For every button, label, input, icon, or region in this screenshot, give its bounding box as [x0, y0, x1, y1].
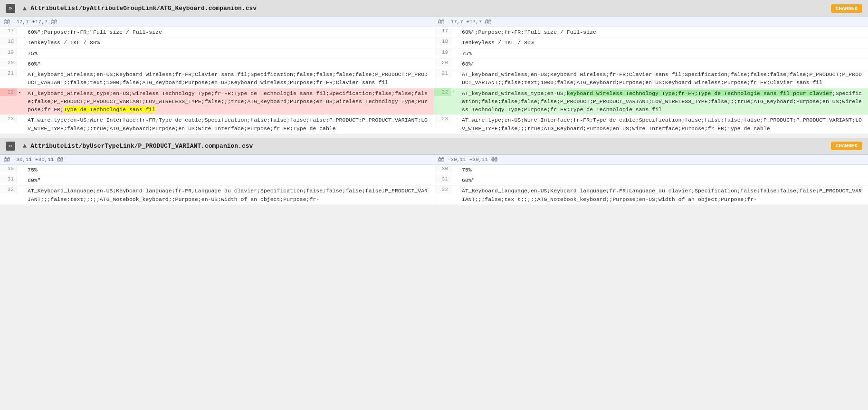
file-title: AttributeList/byUserTypeLink/P_PRODUCT_V…: [30, 143, 253, 150]
line-content: Tenkeyless / TKL / 80%: [24, 38, 434, 48]
line-number: 19: [0, 48, 17, 56]
line-content: Tenkeyless / TKL / 80%: [458, 38, 868, 48]
diff-line: 20 60%": [0, 59, 434, 69]
diff-line: 23 AT_wire_type;en-US;Wire Interface;fr-…: [434, 115, 868, 134]
diff-marker: [451, 115, 458, 117]
diff-container: @@ -17,7 +17,7 @@ 17 60%";Purpose;fr-FR;…: [0, 17, 868, 134]
line-content: AT_wire_type;en-US;Wire Interface;fr-FR;…: [458, 115, 868, 133]
line-number: 20: [434, 59, 451, 67]
diff-line: 30 75%: [434, 165, 868, 175]
diff-line: 17 60%";Purpose;fr-FR;"Full size / Full-…: [434, 27, 868, 38]
file-header: » ▲ AttributeList/byAttributeGroupLink/A…: [0, 0, 868, 17]
line-content: 60%";Purpose;fr-FR;"Full size / Full-siz…: [458, 27, 868, 37]
line-number: 21: [434, 69, 451, 77]
line-number: 22: [0, 88, 17, 96]
line-content: 75%: [24, 165, 434, 175]
diff-right: @@ -30,11 +30,11 @@ 30 75% 31 60%" 32 AT…: [434, 155, 868, 205]
diff-line: 31 60%": [0, 175, 434, 186]
hunk-header-left: @@ -17,7 +17,7 @@: [0, 17, 434, 27]
line-number: 30: [434, 165, 451, 172]
diff-marker: +: [451, 88, 458, 96]
line-number: 31: [434, 175, 451, 183]
diff-line: 18 Tenkeyless / TKL / 80%: [434, 38, 868, 48]
line-number: 22: [434, 88, 451, 96]
line-content: 75%: [458, 165, 868, 175]
diff-marker: [451, 38, 458, 39]
changed-badge: CHANGED: [831, 4, 862, 13]
hunk-header-right: @@ -30,11 +30,11 @@: [434, 155, 868, 165]
line-content: 60%";Purpose;fr-FR;"Full size / Full-siz…: [24, 27, 434, 37]
hunk-header-right: @@ -17,7 +17,7 @@: [434, 17, 868, 27]
diff-marker: [17, 38, 24, 39]
diff-marker: [17, 175, 24, 177]
diff-line: 32 AT_Keyboard_language;en-US;Keyboard l…: [0, 186, 434, 205]
diff-line: 19 75%: [434, 48, 868, 59]
sidebar-toggle[interactable]: »: [6, 142, 15, 151]
diff-marker: [17, 59, 24, 61]
diff-left: @@ -17,7 +17,7 @@ 17 60%";Purpose;fr-FR;…: [0, 17, 434, 134]
line-number: 32: [0, 186, 17, 193]
diff-marker: [451, 186, 458, 188]
line-content: AT_keyboard_wireless_type;en-US;Wireless…: [24, 88, 434, 115]
line-content: 75%: [24, 48, 434, 58]
line-content: AT_keyboard_wireless_type;en-US;keyboard…: [458, 88, 868, 115]
line-number: 18: [434, 38, 451, 45]
line-content: AT_keyboard_wireless;en-US;Keyboard Wire…: [24, 69, 434, 88]
collapse-icon[interactable]: ▲: [23, 142, 27, 150]
diff-line: 19 75%: [0, 48, 434, 59]
diff-right: @@ -17,7 +17,7 @@ 17 60%";Purpose;fr-FR;…: [434, 17, 868, 134]
file-title: AttributeList/byAttributeGroupLink/ATG_K…: [30, 5, 257, 12]
line-content: AT_Keyboard_language;en-US;Keyboard lang…: [458, 186, 868, 204]
line-content: 75%: [458, 48, 868, 58]
diff-line: 30 75%: [0, 165, 434, 175]
diff-line: 22 - AT_keyboard_wireless_type;en-US;Wir…: [0, 88, 434, 115]
file-header-left: » ▲ AttributeList/byUserTypeLink/P_PRODU…: [6, 142, 831, 151]
line-content: 60%": [24, 59, 434, 69]
diff-marker: [17, 186, 24, 188]
file-header-left: » ▲ AttributeList/byAttributeGroupLink/A…: [6, 4, 831, 13]
diff-marker: [17, 165, 24, 167]
line-number: 30: [0, 165, 17, 172]
diff-line: 20 60%": [434, 59, 868, 69]
diff-marker: [451, 48, 458, 50]
collapse-icon[interactable]: ▲: [23, 5, 27, 12]
diff-line: 22 + AT_keyboard_wireless_type;en-US;key…: [434, 88, 868, 115]
diff-marker: [17, 115, 24, 117]
diff-marker: [17, 48, 24, 50]
line-number: 20: [0, 59, 17, 67]
diff-line: 32 AT_Keyboard_language;en-US;Keyboard l…: [434, 186, 868, 205]
diff-marker: [451, 59, 458, 61]
diff-line: 31 60%": [434, 175, 868, 186]
sidebar-toggle[interactable]: »: [6, 4, 15, 13]
diff-marker: -: [17, 88, 24, 96]
file-block-0: » ▲ AttributeList/byAttributeGroupLink/A…: [0, 0, 868, 134]
hunk-header-left: @@ -30,11 +30,11 @@: [0, 155, 434, 165]
diff-marker: [451, 175, 458, 177]
line-content: 60%": [458, 175, 868, 185]
line-content: AT_wire_type;en-US;Wire Interface;fr-FR;…: [24, 115, 434, 133]
diff-marker: [17, 69, 24, 71]
diff-line: 17 60%";Purpose;fr-FR;"Full size / Full-…: [0, 27, 434, 38]
line-number: 18: [0, 38, 17, 45]
line-content: AT_Keyboard_language;en-US;Keyboard lang…: [24, 186, 434, 204]
diff-marker: [451, 27, 458, 29]
diff-marker: [451, 165, 458, 167]
line-number: 31: [0, 175, 17, 183]
diff-line: 21 AT_keyboard_wireless;en-US;Keyboard W…: [434, 69, 868, 88]
file-header: » ▲ AttributeList/byUserTypeLink/P_PRODU…: [0, 138, 868, 155]
line-content: 60%": [458, 59, 868, 69]
line-number: 17: [0, 27, 17, 35]
line-number: 32: [434, 186, 451, 193]
line-number: 23: [434, 115, 451, 123]
diff-left: @@ -30,11 +30,11 @@ 30 75% 31 60%" 32 AT…: [0, 155, 434, 205]
diff-marker: [451, 69, 458, 71]
line-content: AT_keyboard_wireless;en-US;Keyboard Wire…: [458, 69, 868, 88]
line-number: 19: [434, 48, 451, 56]
file-block-1: » ▲ AttributeList/byUserTypeLink/P_PRODU…: [0, 138, 868, 205]
diff-line: 18 Tenkeyless / TKL / 80%: [0, 38, 434, 48]
line-number: 17: [434, 27, 451, 35]
line-content: 60%": [24, 175, 434, 185]
line-number: 23: [0, 115, 17, 123]
diff-line: 21 AT_keyboard_wireless;en-US;Keyboard W…: [0, 69, 434, 88]
changed-badge: CHANGED: [831, 142, 862, 150]
